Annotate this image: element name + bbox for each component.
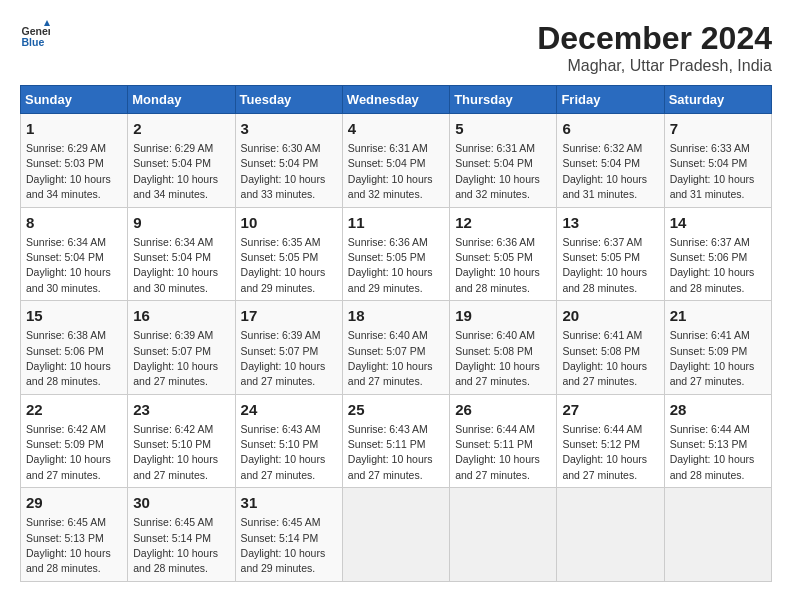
day-number: 12	[455, 212, 551, 233]
day-sunset: Sunset: 5:06 PM	[670, 251, 748, 263]
calendar-cell: 22 Sunrise: 6:42 AM Sunset: 5:09 PM Dayl…	[21, 394, 128, 488]
day-sunset: Sunset: 5:04 PM	[348, 157, 426, 169]
calendar-week-1: 1 Sunrise: 6:29 AM Sunset: 5:03 PM Dayli…	[21, 114, 772, 208]
day-sunrise: Sunrise: 6:43 AM	[348, 423, 428, 435]
day-number: 29	[26, 492, 122, 513]
calendar-cell: 17 Sunrise: 6:39 AM Sunset: 5:07 PM Dayl…	[235, 301, 342, 395]
day-number: 26	[455, 399, 551, 420]
day-sunset: Sunset: 5:05 PM	[455, 251, 533, 263]
day-sunrise: Sunrise: 6:45 AM	[241, 516, 321, 528]
day-sunset: Sunset: 5:08 PM	[455, 345, 533, 357]
logo-icon: General Blue	[20, 20, 50, 50]
day-sunset: Sunset: 5:11 PM	[348, 438, 426, 450]
day-daylight: Daylight: 10 hours and 27 minutes.	[348, 360, 433, 387]
day-daylight: Daylight: 10 hours and 29 minutes.	[241, 266, 326, 293]
day-number: 7	[670, 118, 766, 139]
day-daylight: Daylight: 10 hours and 27 minutes.	[133, 360, 218, 387]
day-sunset: Sunset: 5:14 PM	[133, 532, 211, 544]
day-sunset: Sunset: 5:07 PM	[241, 345, 319, 357]
day-daylight: Daylight: 10 hours and 27 minutes.	[562, 360, 647, 387]
calendar-cell: 30 Sunrise: 6:45 AM Sunset: 5:14 PM Dayl…	[128, 488, 235, 582]
day-sunrise: Sunrise: 6:40 AM	[455, 329, 535, 341]
day-sunset: Sunset: 5:05 PM	[348, 251, 426, 263]
day-daylight: Daylight: 10 hours and 28 minutes.	[133, 547, 218, 574]
day-number: 16	[133, 305, 229, 326]
calendar-cell	[557, 488, 664, 582]
day-number: 14	[670, 212, 766, 233]
day-number: 11	[348, 212, 444, 233]
day-sunset: Sunset: 5:03 PM	[26, 157, 104, 169]
calendar-week-4: 22 Sunrise: 6:42 AM Sunset: 5:09 PM Dayl…	[21, 394, 772, 488]
day-number: 2	[133, 118, 229, 139]
calendar-cell: 18 Sunrise: 6:40 AM Sunset: 5:07 PM Dayl…	[342, 301, 449, 395]
calendar-week-5: 29 Sunrise: 6:45 AM Sunset: 5:13 PM Dayl…	[21, 488, 772, 582]
logo: General Blue	[20, 20, 50, 50]
day-sunset: Sunset: 5:06 PM	[26, 345, 104, 357]
day-sunset: Sunset: 5:07 PM	[133, 345, 211, 357]
day-sunrise: Sunrise: 6:37 AM	[670, 236, 750, 248]
calendar-header-row: SundayMondayTuesdayWednesdayThursdayFrid…	[21, 86, 772, 114]
day-sunset: Sunset: 5:04 PM	[455, 157, 533, 169]
day-daylight: Daylight: 10 hours and 27 minutes.	[241, 360, 326, 387]
day-number: 13	[562, 212, 658, 233]
calendar-cell: 8 Sunrise: 6:34 AM Sunset: 5:04 PM Dayli…	[21, 207, 128, 301]
day-sunrise: Sunrise: 6:38 AM	[26, 329, 106, 341]
calendar-cell	[450, 488, 557, 582]
day-sunrise: Sunrise: 6:43 AM	[241, 423, 321, 435]
day-sunrise: Sunrise: 6:36 AM	[348, 236, 428, 248]
day-daylight: Daylight: 10 hours and 28 minutes.	[26, 547, 111, 574]
calendar-cell: 11 Sunrise: 6:36 AM Sunset: 5:05 PM Dayl…	[342, 207, 449, 301]
calendar-cell: 27 Sunrise: 6:44 AM Sunset: 5:12 PM Dayl…	[557, 394, 664, 488]
day-sunset: Sunset: 5:04 PM	[241, 157, 319, 169]
day-daylight: Daylight: 10 hours and 28 minutes.	[670, 453, 755, 480]
calendar-cell: 29 Sunrise: 6:45 AM Sunset: 5:13 PM Dayl…	[21, 488, 128, 582]
day-sunrise: Sunrise: 6:30 AM	[241, 142, 321, 154]
day-daylight: Daylight: 10 hours and 27 minutes.	[455, 360, 540, 387]
title-section: December 2024 Maghar, Uttar Pradesh, Ind…	[537, 20, 772, 75]
day-daylight: Daylight: 10 hours and 30 minutes.	[133, 266, 218, 293]
day-sunset: Sunset: 5:13 PM	[670, 438, 748, 450]
day-number: 3	[241, 118, 337, 139]
day-daylight: Daylight: 10 hours and 34 minutes.	[26, 173, 111, 200]
calendar-week-2: 8 Sunrise: 6:34 AM Sunset: 5:04 PM Dayli…	[21, 207, 772, 301]
day-daylight: Daylight: 10 hours and 28 minutes.	[562, 266, 647, 293]
header-monday: Monday	[128, 86, 235, 114]
day-daylight: Daylight: 10 hours and 27 minutes.	[241, 453, 326, 480]
day-daylight: Daylight: 10 hours and 27 minutes.	[348, 453, 433, 480]
day-sunrise: Sunrise: 6:31 AM	[348, 142, 428, 154]
day-number: 19	[455, 305, 551, 326]
calendar-table: SundayMondayTuesdayWednesdayThursdayFrid…	[20, 85, 772, 582]
page-header: General Blue December 2024 Maghar, Uttar…	[20, 20, 772, 75]
day-sunrise: Sunrise: 6:34 AM	[133, 236, 213, 248]
day-number: 6	[562, 118, 658, 139]
day-daylight: Daylight: 10 hours and 27 minutes.	[133, 453, 218, 480]
day-daylight: Daylight: 10 hours and 27 minutes.	[455, 453, 540, 480]
day-number: 18	[348, 305, 444, 326]
day-sunrise: Sunrise: 6:44 AM	[670, 423, 750, 435]
day-sunset: Sunset: 5:04 PM	[670, 157, 748, 169]
day-sunrise: Sunrise: 6:31 AM	[455, 142, 535, 154]
day-number: 24	[241, 399, 337, 420]
day-daylight: Daylight: 10 hours and 31 minutes.	[562, 173, 647, 200]
day-number: 9	[133, 212, 229, 233]
header-saturday: Saturday	[664, 86, 771, 114]
day-daylight: Daylight: 10 hours and 27 minutes.	[26, 453, 111, 480]
day-sunrise: Sunrise: 6:39 AM	[241, 329, 321, 341]
day-number: 8	[26, 212, 122, 233]
day-sunset: Sunset: 5:10 PM	[241, 438, 319, 450]
day-sunrise: Sunrise: 6:44 AM	[562, 423, 642, 435]
calendar-cell: 1 Sunrise: 6:29 AM Sunset: 5:03 PM Dayli…	[21, 114, 128, 208]
svg-marker-2	[44, 20, 50, 26]
calendar-cell: 5 Sunrise: 6:31 AM Sunset: 5:04 PM Dayli…	[450, 114, 557, 208]
calendar-cell: 20 Sunrise: 6:41 AM Sunset: 5:08 PM Dayl…	[557, 301, 664, 395]
header-tuesday: Tuesday	[235, 86, 342, 114]
day-number: 17	[241, 305, 337, 326]
day-sunset: Sunset: 5:08 PM	[562, 345, 640, 357]
calendar-cell: 21 Sunrise: 6:41 AM Sunset: 5:09 PM Dayl…	[664, 301, 771, 395]
day-daylight: Daylight: 10 hours and 27 minutes.	[562, 453, 647, 480]
day-sunrise: Sunrise: 6:45 AM	[133, 516, 213, 528]
calendar-cell: 23 Sunrise: 6:42 AM Sunset: 5:10 PM Dayl…	[128, 394, 235, 488]
calendar-title: December 2024	[537, 20, 772, 57]
day-sunrise: Sunrise: 6:44 AM	[455, 423, 535, 435]
day-sunrise: Sunrise: 6:42 AM	[26, 423, 106, 435]
